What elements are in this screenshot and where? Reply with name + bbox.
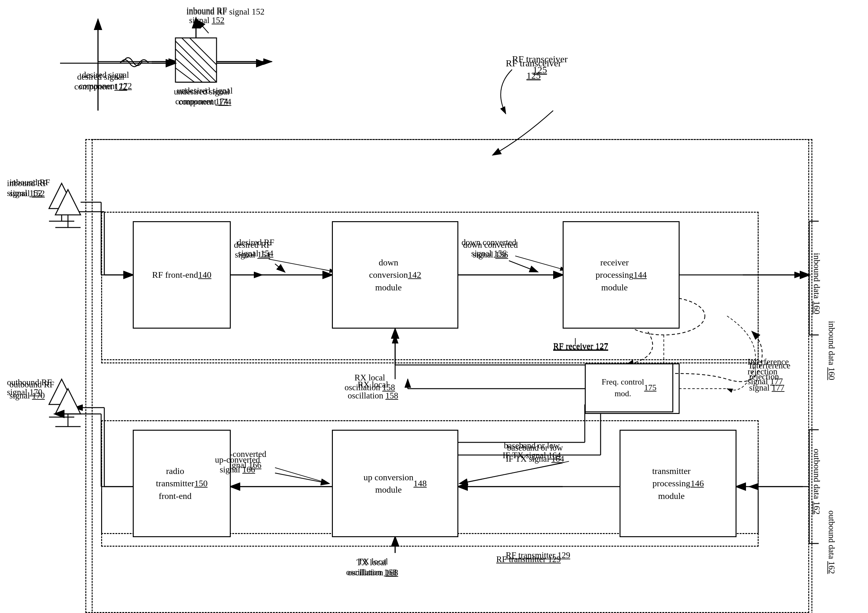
rf-transceiver-outer-box bbox=[85, 139, 809, 613]
receiver-processing-module-144: receiverprocessingmodule 144 bbox=[563, 221, 680, 329]
interference-rejection-signal-177-label: Interferencerejectionsignal 177 bbox=[747, 357, 789, 387]
rf-receiver-127-label: RF receiver 127 bbox=[553, 341, 608, 351]
down-converted-signal-156-label: down convertedsignal 156 bbox=[463, 240, 518, 260]
tx-local-oscillation-168-label: TX localoscillation 168 bbox=[346, 558, 397, 577]
desired-rf-signal-154-label: desired RFsignal 154 bbox=[234, 240, 271, 260]
undesired-signal-component-label: undesired signalcomponent 174 bbox=[174, 87, 229, 107]
outbound-data-label: outbound data 162 bbox=[812, 449, 822, 514]
svg-line-7 bbox=[190, 41, 215, 67]
inbound-data-160-label: inbound data 160 bbox=[826, 321, 836, 380]
svg-line-9 bbox=[177, 54, 202, 82]
inbound-rf-signal-left-label: inbound RFsignal 152 bbox=[7, 178, 47, 198]
radio-transmitter-frontend-150: radiotransmitterfront-end 150 bbox=[133, 430, 231, 537]
up-converted-signal-166-label: up-convertedsignal 166 bbox=[215, 455, 260, 475]
down-conversion-module-142: downconversionmodule 142 bbox=[332, 221, 458, 329]
inbound-data-label: inbound data 160 bbox=[812, 253, 822, 314]
up-conversion-module-148: up conversionmodule 148 bbox=[332, 430, 458, 537]
svg-marker-13 bbox=[49, 183, 74, 209]
transmitter-processing-module-146: transmitterprocessingmodule 146 bbox=[620, 430, 736, 537]
rx-local-oscillation-158-label: RX localoscillation 158 bbox=[344, 373, 395, 392]
rf-transceiver-125-label: RF transceiver125 bbox=[512, 54, 568, 75]
svg-line-6 bbox=[183, 41, 215, 73]
svg-line-8 bbox=[177, 47, 209, 82]
desired-signal-component-label: desired signalcomponent 172 bbox=[74, 72, 127, 91]
baseband-low-if-tx-164-label: baseband or lowIF TX signal 164 bbox=[502, 441, 561, 460]
freq-control-mod-175: Freq. controlmod. 175 bbox=[585, 363, 673, 412]
rf-frontend-140: RF front-end140 bbox=[133, 221, 231, 329]
outbound-data-162-label: outbound data 162 bbox=[826, 511, 836, 574]
svg-rect-4 bbox=[177, 41, 215, 82]
rf-transmitter-129-label: RF transmitter 129 bbox=[496, 554, 561, 564]
svg-line-5 bbox=[177, 41, 215, 82]
inbound-rf-signal-top-label: inbound RFsignal 152 bbox=[186, 6, 227, 25]
outbound-rf-signal-170-label: outbound RFsignal 170 bbox=[7, 378, 52, 397]
